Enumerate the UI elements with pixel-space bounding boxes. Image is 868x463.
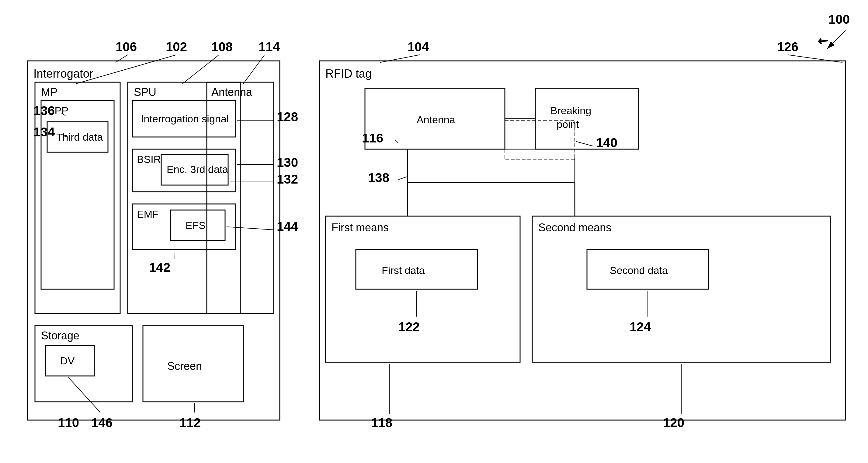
ref-122: 122 — [398, 320, 420, 334]
ref-102: 102 — [166, 39, 187, 54]
svg-text:Screen: Screen — [167, 360, 202, 372]
svg-line-71 — [398, 177, 407, 180]
svg-text:Breaking: Breaking — [551, 105, 591, 116]
ref-124: 124 — [629, 320, 651, 334]
svg-rect-16 — [161, 155, 228, 185]
svg-rect-8 — [47, 122, 108, 152]
svg-rect-32 — [365, 88, 505, 149]
ref-108: 108 — [211, 39, 232, 54]
svg-text:Second means: Second means — [538, 221, 611, 234]
svg-rect-14 — [132, 149, 236, 192]
svg-line-56 — [183, 55, 219, 84]
svg-line-69 — [788, 55, 842, 62]
svg-line-62 — [61, 134, 67, 137]
svg-rect-20 — [170, 210, 225, 240]
svg-line-68 — [380, 55, 420, 62]
svg-rect-10 — [128, 82, 240, 314]
svg-rect-43 — [326, 216, 520, 362]
svg-line-61 — [61, 113, 65, 116]
svg-line-70 — [395, 140, 398, 143]
svg-text:Third data: Third data — [56, 131, 103, 143]
svg-rect-28 — [143, 326, 243, 402]
ref-112: 112 — [180, 415, 201, 430]
ref-140: 140 — [596, 136, 617, 150]
svg-text:Interrogation signal: Interrogation signal — [141, 113, 229, 124]
ref-132: 132 — [277, 172, 298, 186]
svg-line-55 — [76, 55, 177, 84]
svg-text:First means: First means — [332, 221, 389, 234]
ref-114: 114 — [258, 39, 280, 54]
svg-line-72 — [576, 142, 593, 146]
svg-text:BSIR: BSIR — [137, 153, 161, 165]
svg-rect-18 — [132, 204, 236, 250]
ref-116: 116 — [362, 131, 383, 145]
svg-rect-45 — [356, 250, 477, 289]
svg-text:First data: First data — [382, 264, 425, 276]
svg-text:Antenna: Antenna — [211, 86, 252, 98]
svg-text:Antenna: Antenna — [417, 114, 455, 125]
svg-rect-26 — [45, 346, 94, 376]
svg-line-66 — [68, 377, 100, 412]
svg-text:Storage: Storage — [41, 329, 80, 342]
svg-text:EFS: EFS — [186, 220, 206, 231]
svg-text:SPU: SPU — [134, 86, 156, 98]
ref-100: 100 — [829, 12, 850, 27]
ref-128: 128 — [277, 110, 298, 124]
ref-106: 106 — [116, 39, 137, 54]
svg-text:EMF: EMF — [137, 208, 159, 220]
svg-text:Interrogator: Interrogator — [33, 67, 93, 80]
ref-120: 120 — [663, 415, 684, 430]
ref-130: 130 — [277, 155, 298, 170]
svg-text:Enc. 3rd data: Enc. 3rd data — [167, 164, 228, 175]
ref-138: 138 — [368, 171, 389, 185]
ref-104: 104 — [407, 39, 429, 54]
svg-rect-47 — [532, 216, 830, 362]
svg-rect-37 — [505, 120, 575, 160]
ref-136: 136 — [33, 104, 55, 118]
svg-line-54 — [116, 55, 128, 62]
svg-line-63 — [226, 227, 274, 230]
svg-rect-34 — [535, 88, 639, 149]
svg-rect-12 — [132, 100, 236, 137]
svg-rect-30 — [319, 61, 845, 420]
svg-text:point: point — [557, 118, 579, 130]
ref-126: 126 — [777, 39, 798, 54]
ref-146: 146 — [91, 415, 113, 430]
ref-142: 142 — [149, 260, 170, 275]
svg-text:Second data: Second data — [610, 264, 668, 276]
ref-118: 118 — [371, 415, 392, 430]
svg-text:MP: MP — [41, 86, 58, 98]
ref-144: 144 — [277, 219, 298, 234]
svg-rect-2 — [27, 61, 280, 420]
ref-110: 110 — [58, 415, 79, 430]
svg-rect-49 — [587, 250, 709, 289]
svg-text:DV: DV — [60, 355, 75, 367]
svg-rect-24 — [35, 326, 132, 402]
svg-rect-22 — [207, 82, 274, 314]
ref-134: 134 — [33, 125, 55, 139]
svg-text:RFID tag: RFID tag — [326, 67, 372, 80]
svg-line-57 — [243, 55, 265, 84]
